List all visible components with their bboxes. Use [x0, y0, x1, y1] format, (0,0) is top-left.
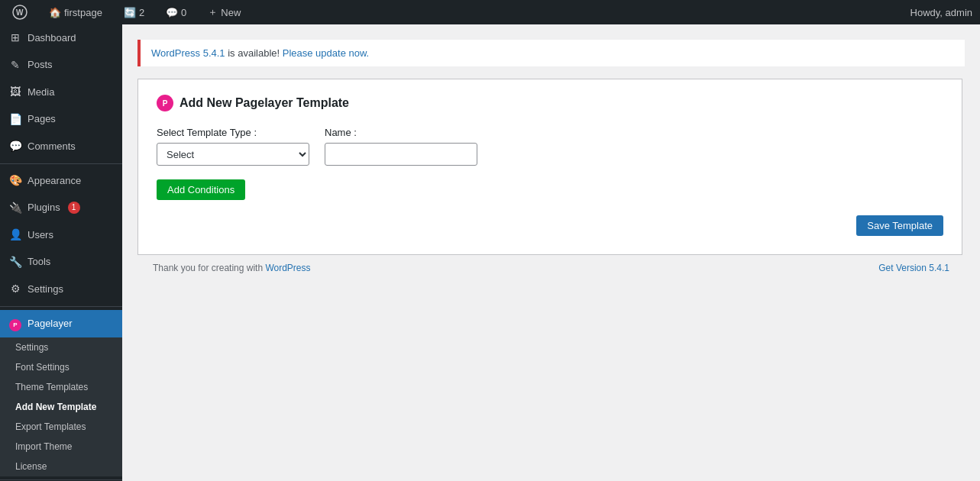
sidebar-item-tools[interactable]: 🔧 Tools — [0, 249, 122, 276]
sidebar-item-label: Dashboard — [27, 31, 76, 45]
new-content-menu[interactable]: ＋ New — [203, 0, 245, 24]
wp-update-link[interactable]: WordPress 5.4.1 — [151, 47, 225, 59]
add-conditions-row: Add Conditions — [157, 179, 943, 200]
appearance-icon: 🎨 — [9, 173, 21, 189]
menu-separator-2 — [0, 306, 122, 307]
sidebar-item-posts[interactable]: ✎ Posts — [0, 52, 122, 79]
sidebar-item-label: Users — [27, 228, 53, 242]
users-icon: 👤 — [9, 228, 21, 243]
tools-icon: 🔧 — [9, 255, 21, 270]
sidebar-item-label: Settings — [27, 282, 63, 296]
submenu-item-import-theme[interactable]: Import Theme — [0, 437, 122, 457]
comments-icon: 💬 — [166, 7, 178, 18]
select-template-type-dropdown[interactable]: Select — [157, 143, 309, 166]
footer-left: Thank you for creating with WordPress — [153, 263, 311, 273]
please-update-link[interactable]: Please update now. — [283, 47, 369, 59]
submenu-item-font-settings[interactable]: Font Settings — [0, 357, 122, 377]
comments-menu[interactable]: 💬 0 — [161, 0, 191, 24]
admin-sidebar: ⊞ Dashboard ✎ Posts 🖼 Media 📄 Pages 💬 Co… — [0, 24, 122, 481]
posts-icon: ✎ — [9, 58, 21, 73]
sidebar-item-settings[interactable]: ⚙ Settings — [0, 276, 122, 303]
template-form-row: Select Template Type : Select Name : — [157, 127, 943, 166]
save-template-row: Save Template — [157, 215, 943, 236]
menu-separator-1 — [0, 163, 122, 164]
submenu-item-export-templates[interactable]: Export Templates — [0, 417, 122, 437]
submenu-item-add-new-template[interactable]: Add New Template — [0, 397, 122, 417]
card-title: Add New Pagelayer Template — [180, 96, 349, 110]
submenu-item-theme-templates[interactable]: Theme Templates — [0, 377, 122, 397]
plugins-icon: 🔌 — [9, 201, 21, 216]
sidebar-item-label: Tools — [27, 255, 50, 269]
sidebar-item-label: Plugins — [27, 201, 60, 215]
sidebar-item-comments[interactable]: 💬 Comments — [0, 133, 122, 160]
template-name-label: Name : — [325, 127, 477, 138]
sidebar-item-label: Appearance — [27, 174, 81, 188]
pages-icon: 📄 — [9, 112, 21, 128]
svg-text:W: W — [16, 8, 24, 17]
admin-bar: W 🏠 firstpage 🔄 2 💬 0 ＋ New Howdy, admin — [0, 0, 980, 24]
submenu-item-license[interactable]: License — [0, 457, 122, 476]
pagelayer-icon: P — [9, 316, 21, 331]
select-template-type-group: Select Template Type : Select — [157, 127, 309, 166]
sidebar-item-label: Media — [27, 86, 54, 99]
sidebar-item-plugins[interactable]: 🔌 Plugins 1 — [0, 195, 122, 222]
updates-menu[interactable]: 🔄 2 — [119, 0, 149, 24]
sidebar-item-dashboard[interactable]: ⊞ Dashboard — [0, 24, 122, 52]
howdy-text: Howdy, admin — [910, 7, 972, 18]
sidebar-item-media[interactable]: 🖼 Media — [0, 79, 122, 106]
sidebar-item-label: Pages — [27, 112, 56, 126]
select-template-type-label: Select Template Type : — [157, 127, 309, 138]
wordpress-footer-link[interactable]: WordPress — [265, 263, 310, 273]
menu-separator-3 — [0, 479, 122, 480]
sidebar-item-pagelayer[interactable]: P Pagelayer — [0, 310, 122, 337]
main-content: WordPress 5.4.1 is available! Please upd… — [122, 24, 980, 481]
template-name-group: Name : — [325, 127, 477, 166]
template-name-input[interactable] — [325, 143, 477, 166]
submenu-item-settings[interactable]: Settings — [0, 337, 122, 357]
pagelayer-logo-icon: P — [157, 95, 173, 111]
update-notice: WordPress 5.4.1 is available! Please upd… — [137, 40, 965, 66]
comments-icon: 💬 — [9, 139, 21, 154]
media-icon: 🖼 — [9, 85, 21, 100]
wp-logo-menu[interactable]: W — [8, 0, 32, 24]
sidebar-item-label: Posts — [27, 58, 53, 72]
sidebar-item-appearance[interactable]: 🎨 Appearance — [0, 167, 122, 195]
sidebar-item-pages[interactable]: 📄 Pages — [0, 106, 122, 134]
updates-icon: 🔄 — [124, 7, 136, 18]
settings-icon: ⚙ — [9, 282, 21, 297]
add-conditions-button[interactable]: Add Conditions — [157, 179, 245, 200]
card-header: P Add New Pagelayer Template — [157, 95, 943, 111]
sidebar-item-label: Comments — [27, 140, 76, 153]
sidebar-item-label: Pagelayer — [27, 317, 73, 331]
plus-icon: ＋ — [208, 5, 218, 19]
site-name-menu[interactable]: 🏠 firstpage — [44, 0, 107, 24]
sidebar-item-users[interactable]: 👤 Users — [0, 221, 122, 249]
dashboard-icon: ⊞ — [9, 31, 21, 46]
footer-right: Get Version 5.4.1 — [878, 263, 949, 273]
save-template-button[interactable]: Save Template — [856, 215, 943, 236]
wp-footer: Thank you for creating with WordPress Ge… — [137, 255, 965, 281]
home-icon: 🏠 — [49, 7, 61, 18]
add-template-card: P Add New Pagelayer Template Select Temp… — [137, 79, 962, 255]
get-version-link[interactable]: Get Version 5.4.1 — [878, 263, 949, 273]
pagelayer-submenu: Settings Font Settings Theme Templates A… — [0, 337, 122, 476]
plugins-badge: 1 — [68, 202, 80, 214]
